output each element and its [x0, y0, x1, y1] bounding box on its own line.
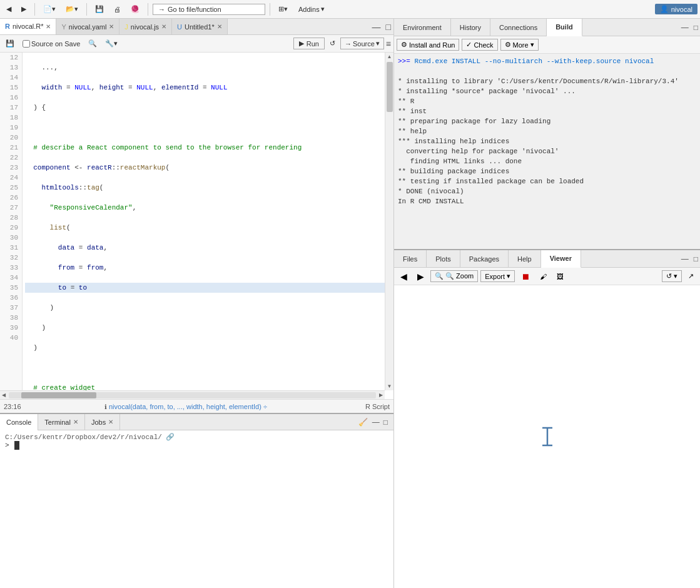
forward-btn[interactable]: ▶	[18, 3, 30, 15]
top-toolbar: ◀ ▶ 📄▾ 📂▾ 💾 🖨 🧶 → Go to file/function ⊞▾…	[0, 0, 700, 19]
install-run-btn[interactable]: ⚙ Install and Run	[397, 39, 459, 51]
source-btn[interactable]: → Source ▾	[340, 38, 384, 49]
code-line-21: data = data,	[25, 243, 391, 253]
tab-untitled1[interactable]: U Untitled1* ✕	[172, 19, 228, 35]
output-line-11: finding HTML links ... done	[398, 156, 696, 166]
console-cursor[interactable]	[14, 441, 19, 450]
code-editor[interactable]: 12131415 16171819 20212223 24252627 2829…	[0, 53, 393, 399]
run-label: Run	[307, 40, 319, 48]
back-viewer-btn[interactable]: ◀	[397, 270, 411, 283]
status-bar: 23:16 ℹ nivocal(data, from, to, ..., wid…	[0, 399, 393, 413]
code-line-27	[25, 363, 391, 373]
go-to-file-btn[interactable]: → Go to file/function	[153, 4, 265, 15]
source-dropdown-icon: ▾	[376, 39, 380, 48]
console-content[interactable]: C:/Users/kentr/Dropbox/dev2/r/nivocal/ 🔗…	[0, 430, 393, 588]
close-terminal-icon[interactable]: ✕	[73, 418, 78, 425]
scroll-up-arrow[interactable]: ▲	[386, 53, 393, 61]
tab-packages[interactable]: Packages	[460, 250, 509, 268]
code-line-23: to = to	[25, 283, 391, 293]
new-file-btn[interactable]: 📄▾	[39, 3, 59, 15]
zoom-icon: 🔍	[435, 272, 444, 280]
addins-btn[interactable]: Addins ▾	[294, 3, 329, 15]
open-btn[interactable]: 📂▾	[62, 3, 82, 15]
files-panel: Files Plots Packages Help Viewer	[394, 250, 700, 588]
h-scroll-thumb[interactable]	[21, 392, 96, 398]
grid-btn[interactable]: ⊞▾	[275, 3, 292, 15]
close-jobs-icon[interactable]: ✕	[108, 418, 113, 425]
export-btn[interactable]: Export ▾	[480, 270, 515, 282]
source-label: Source	[353, 40, 375, 48]
image-btn[interactable]: 🖼	[553, 271, 567, 281]
close-tab-yaml[interactable]: ✕	[109, 23, 114, 30]
tab-nivocal-js[interactable]: J nivocal.js ✕	[119, 19, 172, 35]
console-tab-terminal[interactable]: Terminal ✕	[38, 414, 85, 430]
console-panel: Console Terminal ✕ Jobs ✕ 🧹 — □	[0, 413, 393, 588]
editor-tab-bar: R nivocal.R* ✕ Y nivocal.yaml ✕ J nivoca…	[0, 19, 393, 35]
check-label: Check	[474, 41, 493, 49]
console-tab-bar: Console Terminal ✕ Jobs ✕ 🧹 — □	[0, 414, 393, 430]
maximize-console-btn[interactable]: □	[382, 418, 390, 427]
source-on-save-btn[interactable]: Source on Save	[19, 38, 83, 49]
h-scrollbar[interactable]: ◀ ▶	[0, 390, 385, 399]
v-scroll-thumb[interactable]	[387, 62, 393, 112]
tab-viewer[interactable]: Viewer	[541, 250, 581, 268]
output-line-13: ** testing if installed package can be l…	[398, 176, 696, 186]
check-btn[interactable]: ✓ Check	[462, 39, 497, 51]
source-on-save-checkbox[interactable]	[23, 40, 30, 48]
tools-btn[interactable]: 🔧▾	[102, 38, 121, 49]
user-icon: 👤	[660, 5, 669, 13]
minimize-env-btn[interactable]: —	[679, 23, 691, 32]
back-btn[interactable]: ◀	[3, 3, 15, 15]
rerun-btn[interactable]: ↺	[327, 38, 338, 49]
tab-help[interactable]: Help	[509, 250, 541, 268]
brush-btn[interactable]: 🖌	[536, 271, 550, 281]
search-btn[interactable]: 🔍	[85, 38, 100, 49]
zoom-btn[interactable]: 🔍 🔍 Zoom	[430, 270, 478, 282]
code-line-15	[25, 123, 391, 133]
run-btn[interactable]: ▶ Run	[293, 38, 325, 49]
console-tab-jobs[interactable]: Jobs ✕	[85, 414, 120, 430]
h-scroll-left-arrow[interactable]: ◀	[0, 392, 8, 398]
external-btn[interactable]: ↗	[684, 271, 697, 281]
forward-viewer-btn[interactable]: ▶	[413, 270, 428, 283]
minimize-console-btn[interactable]: —	[370, 418, 382, 427]
tab-files[interactable]: Files	[394, 250, 427, 268]
maximize-env-btn[interactable]: □	[692, 23, 700, 32]
knit-btn[interactable]: 🧶	[127, 3, 143, 15]
tab-environment[interactable]: Environment	[394, 19, 451, 36]
addins-arrow-icon: ▾	[321, 5, 325, 13]
save-all-btn[interactable]: 💾	[91, 3, 108, 15]
save-file-btn[interactable]: 💾	[3, 38, 18, 49]
maximize-files-btn[interactable]: □	[692, 255, 700, 263]
list-btn[interactable]: ≡	[386, 39, 391, 49]
v-scrollbar[interactable]: ▲ ▼	[385, 53, 393, 390]
tab-nivocal-yaml[interactable]: Y nivocal.yaml ✕	[56, 19, 119, 35]
tab-connections[interactable]: Connections	[490, 19, 547, 36]
console-tab-console[interactable]: Console	[0, 414, 38, 430]
path-link-icon: 🔗	[166, 433, 175, 441]
output-line-1: >>= Rcmd.exe INSTALL --no-multiarch --wi…	[398, 56, 696, 66]
minimize-editor-btn[interactable]: —	[370, 22, 383, 32]
tab-nivocal-r[interactable]: R nivocal.R* ✕	[0, 19, 56, 35]
files-tab-label: Files	[403, 255, 417, 263]
refresh-btn[interactable]: ↺ ▾	[662, 270, 682, 282]
console-tab-label: Console	[6, 418, 31, 426]
close-tab-u[interactable]: ✕	[217, 23, 222, 30]
go-to-file-label: Go to file/function	[168, 6, 221, 13]
minimize-files-btn[interactable]: —	[679, 255, 691, 263]
code-content[interactable]: ..., width = NULL, height = NULL, elemen…	[23, 53, 393, 399]
tab-plots[interactable]: Plots	[427, 250, 460, 268]
left-panel: R nivocal.R* ✕ Y nivocal.yaml ✕ J nivoca…	[0, 19, 394, 588]
print-btn[interactable]: 🖨	[110, 4, 124, 15]
close-tab-r[interactable]: ✕	[46, 23, 51, 30]
scroll-down-arrow[interactable]: ▼	[386, 382, 393, 390]
tab-build[interactable]: Build	[547, 19, 582, 36]
stop-btn[interactable]: ⏹	[517, 270, 534, 283]
maximize-editor-btn[interactable]: □	[383, 22, 393, 32]
more-btn[interactable]: ⚙ More ▾	[500, 39, 539, 51]
h-scroll-right-arrow[interactable]: ▶	[377, 392, 385, 398]
main-layout: R nivocal.R* ✕ Y nivocal.yaml ✕ J nivoca…	[0, 19, 700, 588]
tab-history[interactable]: History	[451, 19, 490, 36]
close-tab-js[interactable]: ✕	[161, 23, 166, 30]
clear-console-icon[interactable]: 🧹	[356, 418, 370, 427]
